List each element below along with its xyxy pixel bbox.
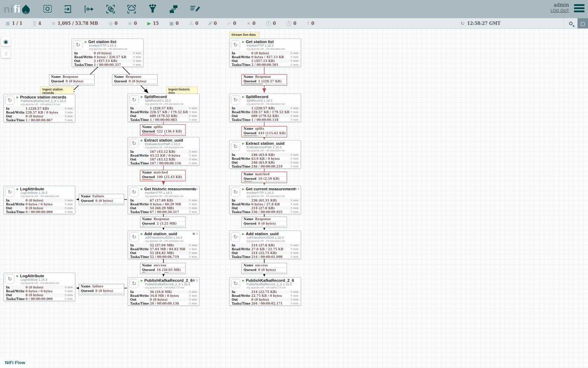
logout-link[interactable]: LOG OUT	[551, 8, 569, 13]
stat-period: 5 min	[289, 206, 299, 210]
connection-response[interactable]: NameResponse Queued0 (0 bytes)	[241, 217, 287, 228]
processor-stat-row: In 246 (63.9 KB) 5 min	[230, 153, 301, 157]
processor-bundle: org.apache.nifi - nifi-standard-nar	[89, 47, 127, 50]
backpressure-bars	[242, 83, 287, 85]
stat-label: In	[232, 52, 251, 55]
nifi-drop-icon	[20, 5, 31, 15]
connection-response[interactable]: NameResponse Queued0 (0 bytes)	[49, 74, 94, 86]
operate-palette-button[interactable]: ☝	[1, 49, 10, 58]
processor-get-station-list[interactable]: ▦ ↻ ▶ Get station list InvokeHTTP 1.16.3…	[229, 39, 301, 67]
stale-icon: ↑	[266, 21, 271, 26]
connection-failure[interactable]: Namefailure Queued0 (0 bytes)	[79, 284, 124, 295]
backpressure-count-bar	[243, 226, 263, 227]
process-group-tool-button[interactable]	[105, 4, 117, 15]
backpressure-bars	[79, 293, 124, 295]
status-item: ⊘ 0	[128, 21, 137, 26]
connection-success[interactable]: Namesuccess Queued0 (0 bytes)	[241, 263, 287, 274]
processor-bundle: org.apache.nifi - nifi-standard-nar	[246, 47, 285, 50]
stat-period: 5 min	[289, 298, 299, 301]
processor-stamp-icon: ↻	[74, 40, 83, 49]
remote-process-group-tool-button[interactable]	[126, 4, 138, 15]
stat-period: 5 min	[289, 63, 299, 66]
processor-stat-row: Read/Write 0 bytes / 0 bytes 5 min	[4, 202, 75, 206]
processor-stat-row: In 167 (43.12 KB) 5 min	[128, 150, 199, 154]
processor-extract-station-uuid[interactable]: ▦ ↻ ▶ Extract station_uuid EvaluateJsonP…	[229, 140, 301, 169]
stat-period: 5 min	[188, 150, 197, 153]
stat-label: Out	[232, 251, 251, 255]
stat-period: 5 min	[188, 251, 197, 254]
up-to-date-icon: ✓	[227, 21, 231, 26]
processor-logattribute[interactable]: ▦ ↻ ▶ LogAttribute LogAttribute 1.16.3 o…	[4, 273, 75, 301]
connection-failure[interactable]: NameFailure Queued0 (0 bytes)	[79, 194, 124, 205]
stat-period: 5 min	[289, 244, 299, 247]
refresh-button[interactable]: ↻ 12:58:27 GMT	[461, 21, 500, 26]
processor-logattribute[interactable]: ▦ ↻ ▶ LogAttribute LogAttribute 1.16.3 o…	[4, 186, 75, 214]
stat-label: Out	[232, 161, 251, 164]
stat-value: 228.57 KB / 179.52 KB	[150, 110, 188, 114]
connection-response[interactable]: NameResponse Queued0 (0 bytes)	[112, 74, 158, 86]
stat-value: 1 (228.57 KB)	[26, 107, 64, 110]
stat-period: 5 min	[289, 52, 299, 55]
processor-stat-row: Read/Write 43.12 KB / 0 bytes 5 min	[128, 154, 199, 157]
stat-value: 689 (179.52 KB)	[150, 114, 188, 118]
label-stream-live-data[interactable]: Stream live-data	[229, 32, 259, 38]
processor-stat-row: Read/Write 0 bytes / 60.29 MB 5 min	[128, 202, 199, 206]
connection-splits[interactable]: Namesplits Queued522 (136.4 KB)	[140, 124, 186, 136]
connection-response[interactable]: NameResponse Queued2 (3.25 MB)	[140, 217, 186, 228]
processor-tool-button[interactable]	[42, 4, 54, 15]
connection-queued-key: Queued	[81, 199, 94, 203]
output-port-tool-button[interactable]	[84, 4, 96, 15]
stat-value: 0 (0 bytes)	[26, 199, 64, 202]
processor-extract-station-uuid[interactable]: ▦ ↻ ▶ Extract station_uuid EvaluateJsonP…	[128, 137, 200, 165]
processor-add-station-uuid[interactable]: ▦ 1 ↻ ▶ Add station_uuid JoltTransformJS…	[128, 231, 200, 259]
processor-add-station-uuid[interactable]: ▦ ↻ ▶ Add station_uuid JoltTransformJSON…	[229, 231, 301, 259]
connection-name-key: Name	[142, 171, 152, 174]
processor-get-station-list[interactable]: ▦ ↻ ▶ Get station list InvokeHTTP 1.16.3…	[72, 39, 144, 67]
canvas-label-text: Stream live-data	[231, 33, 256, 36]
input-port-tool-button[interactable]	[63, 4, 75, 15]
funnel-tool-button[interactable]	[147, 4, 159, 15]
flow-canvas[interactable]: ◉ ☝ NiFi Flow Ingest station recordsInge…	[0, 29, 588, 368]
processor-splitrecord[interactable]: ▦ ↻ ▶ SplitRecord SplitRecord 1.16.3 org…	[229, 94, 301, 122]
status-value: 15	[153, 21, 159, 26]
table-icon: ▦	[192, 232, 195, 235]
processor-produce-station-records[interactable]: ▦ ↻ ▶ Produce station records PublishKaf…	[4, 94, 75, 122]
status-item: ✓ 0	[227, 21, 236, 26]
stat-value: 0 (0 bytes)	[251, 52, 289, 55]
processor-get-current-measurement[interactable]: ▦ 1 ↻ ▶ Get current measurement InvokeHT…	[229, 186, 301, 214]
connection-splits[interactable]: Namesplits Queued443 (115.62 KB)	[241, 126, 287, 137]
stat-label: Tasks/Time	[130, 255, 150, 259]
processor-splitrecord[interactable]: ▦ ↻ ▶ SplitRecord SplitRecord 1.16.3 org…	[128, 94, 200, 122]
processor-get-historic-measurements[interactable]: ▦ 1 ↻ ▶ Get historic measurements Invoke…	[128, 186, 200, 214]
running-status-icon: ▶	[242, 279, 244, 282]
stat-period: 5 min	[64, 289, 73, 293]
template-tool-button[interactable]	[168, 4, 180, 15]
global-menu-button[interactable]	[574, 3, 584, 14]
status-item: ≡ 1,095 / 53.78 MB	[52, 21, 98, 26]
stat-period: 5 min	[188, 203, 197, 206]
connection-matched[interactable]: Namematched Queued10 (2.59 KB)	[241, 172, 287, 183]
stat-label: Read/Write	[130, 110, 150, 114]
funnel-icon	[147, 4, 158, 14]
search-button[interactable]	[564, 18, 578, 28]
stat-period: 5 min	[289, 161, 299, 164]
stat-label: Out	[130, 158, 150, 161]
stat-value: 214 (22.75 KB)	[251, 290, 289, 294]
connection-name-key: Name	[81, 285, 91, 288]
processor-stamp-icon: ↻	[5, 188, 14, 197]
connection-response[interactable]: NameResponse Queued1 (228.57 KB)	[241, 74, 287, 86]
stat-label: Read/Write	[6, 289, 26, 293]
label-tool-button[interactable]	[189, 4, 201, 15]
navigate-palette-button[interactable]: ◉	[1, 37, 10, 46]
connection-matched[interactable]: Namematched Queued100 (25.43 KB)	[140, 170, 186, 181]
processor-publishkafkarecord-2-6[interactable]: ▦ ↻ ▶ PublishKafkaRecord_2_6 PublishKafk…	[229, 277, 301, 306]
status-item: ϟ 0	[209, 21, 217, 26]
processor-stat-row: In 214 (27.8 KB) 5 min	[230, 243, 301, 247]
processor-publishkafkarecord-2-6[interactable]: ▦ 1 ↻ ▶ PublishKafkaRecord_2_6 PublishKa…	[128, 277, 200, 306]
connection-name: matched	[255, 172, 270, 176]
stat-label: Read/Write	[232, 294, 251, 298]
stat-label: In	[130, 107, 150, 110]
breadcrumb[interactable]: NiFi Flow	[0, 357, 30, 368]
settings-panel-toggle[interactable]: ▢	[578, 18, 588, 28]
connection-success[interactable]: Namesuccess Queued16 (50.03 MB)	[140, 263, 186, 274]
